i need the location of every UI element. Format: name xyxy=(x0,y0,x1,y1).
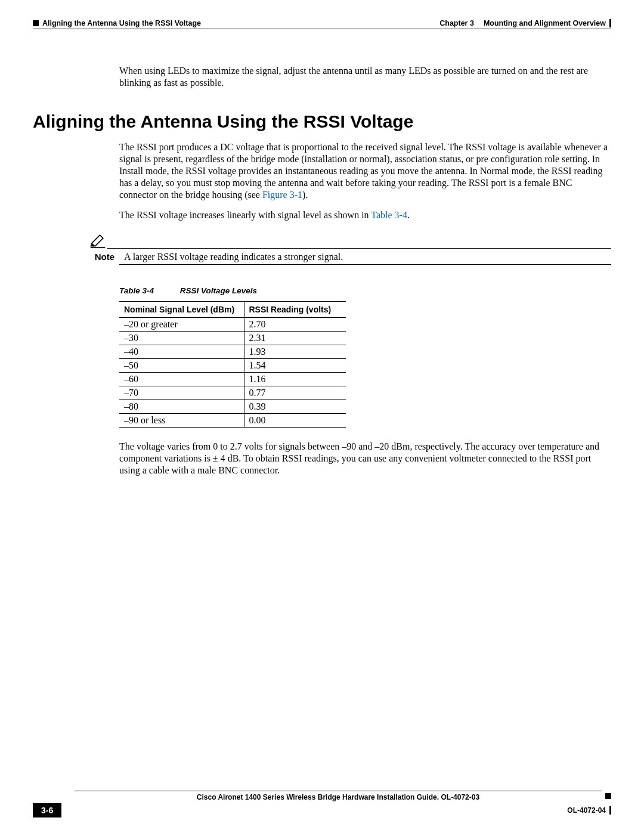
footer-tick-icon xyxy=(609,806,611,815)
footer-page-number: 3-6 xyxy=(33,803,61,817)
rssi-p1-text-a: The RSSI port produces a DC voltage that… xyxy=(119,142,608,200)
table-row: –90 or less0.00 xyxy=(119,414,346,428)
table-cell-dbm: –20 or greater xyxy=(119,318,244,332)
header-section-title: Aligning the Antenna Using the RSSI Volt… xyxy=(42,19,201,27)
table-cell-volts: 1.54 xyxy=(244,359,346,373)
table-cell-dbm: –30 xyxy=(119,332,244,345)
table-header-row: Nominal Signal Level (dBm) RSSI Reading … xyxy=(119,302,346,318)
header-tick-icon xyxy=(609,19,611,27)
table-col2-header: RSSI Reading (volts) xyxy=(244,302,346,318)
table-row: –501.54 xyxy=(119,359,346,373)
table-row: –20 or greater2.70 xyxy=(119,318,346,332)
table-row: –700.77 xyxy=(119,386,346,400)
table-cell-dbm: –60 xyxy=(119,373,244,386)
table-cell-dbm: –50 xyxy=(119,359,244,373)
table-caption-number: Table 3-4 xyxy=(119,286,154,295)
note-pencil-icon xyxy=(89,232,106,249)
table-row: –800.39 xyxy=(119,400,346,414)
table-caption: Table 3-4 RSSI Voltage Levels xyxy=(119,286,611,295)
table-cell-dbm: –80 xyxy=(119,400,244,414)
table-cell-volts: 1.93 xyxy=(244,345,346,359)
rssi-p1-text-b: ). xyxy=(302,190,308,200)
table-cell-volts: 0.77 xyxy=(244,386,346,400)
rssi-p2-text-b: . xyxy=(407,210,410,220)
table-cell-volts: 2.70 xyxy=(244,318,346,332)
table-cell-volts: 0.39 xyxy=(244,400,346,414)
table-row: –401.93 xyxy=(119,345,346,359)
page-footer: Cisco Aironet 1400 Series Wireless Bridg… xyxy=(33,791,611,817)
footer-square-icon xyxy=(605,793,611,799)
section-heading: Aligning the Antenna Using the RSSI Volt… xyxy=(33,112,611,132)
rssi-paragraph-2: The RSSI voltage increases linearly with… xyxy=(119,209,611,221)
header-square-icon xyxy=(33,20,39,26)
footer-doc-id: OL-4072-04 xyxy=(567,806,606,815)
page-header: Aligning the Antenna Using the RSSI Volt… xyxy=(33,19,611,27)
table-row: –601.16 xyxy=(119,373,346,386)
table-cell-volts: 2.31 xyxy=(244,332,346,345)
note-rule-top xyxy=(107,248,611,249)
note-rule-bottom xyxy=(119,264,611,265)
table-cell-dbm: –70 xyxy=(119,386,244,400)
table-3-4-link[interactable]: Table 3-4 xyxy=(371,210,407,220)
table-cell-dbm: –40 xyxy=(119,345,244,359)
table-caption-title: RSSI Voltage Levels xyxy=(180,286,257,295)
header-rule xyxy=(33,29,611,29)
footer-guide-title: Cisco Aironet 1400 Series Wireless Bridg… xyxy=(75,791,602,801)
header-chapter-label: Chapter 3 xyxy=(439,19,474,27)
table-col1-header: Nominal Signal Level (dBm) xyxy=(119,302,244,318)
table-row: –302.31 xyxy=(119,332,346,345)
table-cell-volts: 1.16 xyxy=(244,373,346,386)
figure-3-1-link[interactable]: Figure 3-1 xyxy=(262,190,302,200)
rssi-voltage-table: Nominal Signal Level (dBm) RSSI Reading … xyxy=(119,301,346,428)
note-text: A larger RSSI voltage reading indicates … xyxy=(124,252,343,262)
note-label: Note xyxy=(93,252,114,262)
table-cell-dbm: –90 or less xyxy=(119,414,244,428)
after-table-paragraph: The voltage varies from 0 to 2.7 volts f… xyxy=(119,441,611,476)
note-block: Note A larger RSSI voltage reading indic… xyxy=(89,232,611,265)
rssi-p2-text-a: The RSSI voltage increases linearly with… xyxy=(119,210,371,220)
rssi-paragraph-1: The RSSI port produces a DC voltage that… xyxy=(119,141,611,201)
table-cell-volts: 0.00 xyxy=(244,414,346,428)
header-chapter-title: Mounting and Alignment Overview xyxy=(484,19,606,27)
led-paragraph: When using LEDs to maximize the signal, … xyxy=(119,65,611,89)
